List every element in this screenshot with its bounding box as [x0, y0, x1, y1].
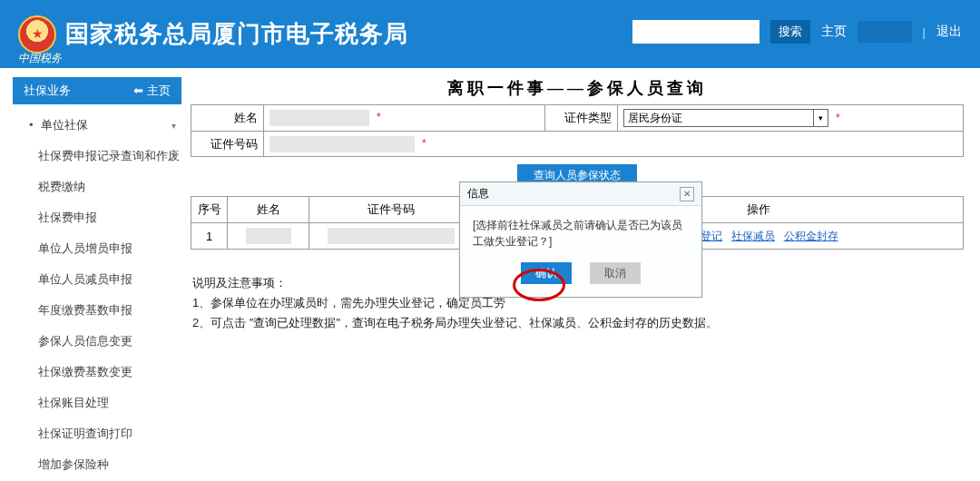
sidebar-top-item[interactable]: 单位社保 ▾ — [13, 110, 181, 141]
cancel-button[interactable]: 取消 — [590, 262, 641, 284]
header-right: 搜索 主页 | 退出 — [632, 20, 962, 44]
dialog-message: [选择前往社保减员之前请确认是否已为该员工做失业登记？] — [460, 206, 701, 257]
dialog-title: 信息 — [467, 186, 489, 201]
op-housing-fund-seal[interactable]: 公积金封存 — [784, 230, 838, 242]
query-form: 姓名 * 证件类型 居民身份证 ▾ * 证件号码 * — [191, 104, 964, 157]
current-user-block[interactable] — [858, 21, 912, 43]
sidebar-item[interactable]: 增加参保险种 — [38, 449, 181, 480]
sidebar-item[interactable]: 单位人员减员申报 — [38, 264, 181, 295]
label-cert-no: 证件号码 — [191, 132, 264, 157]
chevron-down-icon: ▾ — [814, 109, 828, 127]
sidebar-item[interactable]: 单位人员增员申报 — [38, 233, 181, 264]
divider: | — [923, 25, 926, 39]
note-line: 2、可点击 "查询已处理数据"，查询在电子税务局办理失业登记、社保减员、公积金封… — [192, 313, 844, 333]
sidebar-section-header: 社保业务 ⬅ 主页 — [13, 77, 181, 104]
col-seq: 序号 — [191, 197, 228, 223]
required-icon: * — [422, 136, 426, 150]
chevron-down-icon: ▾ — [172, 121, 176, 131]
sidebar-item[interactable]: 社保费申报 — [38, 202, 181, 233]
required-icon: * — [377, 110, 381, 123]
sidebar-item[interactable]: 年度缴费基数申报 — [38, 295, 181, 326]
site-title: 国家税务总局厦门市电子税务局 — [65, 18, 408, 50]
sidebar-item[interactable]: 税费缴纳 — [38, 172, 181, 202]
name-input[interactable] — [270, 110, 369, 126]
col-certno: 证件号码 — [309, 197, 473, 223]
sidebar-section-label: 社保业务 — [24, 83, 71, 99]
cert-type-select[interactable]: 居民身份证 ▾ — [623, 109, 828, 127]
sidebar-item[interactable]: 社保账目处理 — [38, 388, 181, 418]
app-header: 国家税务总局厦门市电子税务局 中国税务 搜索 主页 | 退出 — [0, 0, 980, 68]
close-icon[interactable]: ✕ — [680, 187, 694, 201]
page-title: 离职一件事——参保人员查询 — [191, 77, 964, 99]
required-icon: * — [836, 111, 840, 124]
cell-seq: 1 — [191, 223, 228, 250]
sidebar-submenu: 社保费申报记录查询和作废 税费缴纳 社保费申报 单位人员增员申报 单位人员减员申… — [13, 141, 181, 480]
confirm-button[interactable]: 确认 — [521, 262, 572, 284]
home-link[interactable]: 主页 — [821, 24, 847, 40]
national-emblem-icon — [18, 15, 56, 54]
label-name: 姓名 — [191, 105, 264, 132]
sidebar-back-home[interactable]: ⬅ 主页 — [133, 83, 171, 99]
arrow-left-icon: ⬅ — [133, 83, 147, 97]
sidebar-item[interactable]: 社保证明查询打印 — [38, 418, 181, 449]
search-input[interactable] — [632, 20, 760, 44]
logout-link[interactable]: 退出 — [936, 24, 962, 40]
col-name: 姓名 — [228, 197, 309, 223]
label-cert-type: 证件类型 — [545, 105, 618, 132]
sidebar-item[interactable]: 参保人员信息变更 — [38, 326, 181, 357]
cell-name — [228, 223, 309, 250]
cell-certno — [309, 223, 473, 250]
brand-script-icon: 中国税务 — [18, 51, 62, 66]
sidebar: 社保业务 ⬅ 主页 单位社保 ▾ 社保费申报记录查询和作废 税费缴纳 社保费申报… — [0, 68, 191, 481]
sidebar-item[interactable]: 社保费申报记录查询和作废 — [38, 141, 181, 172]
confirm-dialog: 信息 ✕ [选择前往社保减员之前请确认是否已为该员工做失业登记？] 确认 取消 — [459, 182, 702, 298]
search-button[interactable]: 搜索 — [770, 20, 810, 44]
op-social-insurance-remove[interactable]: 社保减员 — [731, 230, 775, 242]
brand-block: 国家税务总局厦门市电子税务局 — [18, 15, 408, 54]
sidebar-item[interactable]: 社保缴费基数变更 — [38, 357, 181, 388]
cert-no-input[interactable] — [270, 136, 415, 152]
dialog-titlebar: 信息 ✕ — [460, 182, 701, 206]
